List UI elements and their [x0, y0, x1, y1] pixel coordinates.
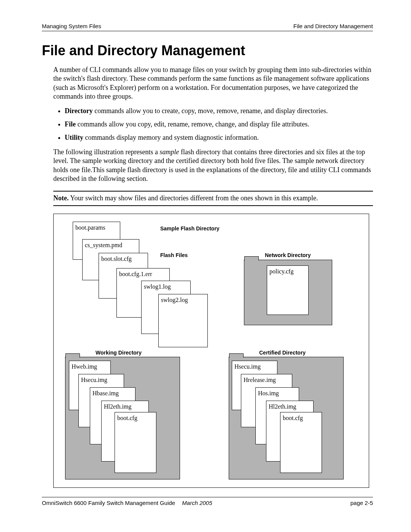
header-right: File and Directory Management [293, 23, 373, 29]
working-file-4: boot.cfg [115, 412, 156, 473]
running-footer: OmniSwitch 6600 Family Switch Management… [42, 500, 373, 506]
bullet-utility: Utility commands display memory and syst… [65, 133, 373, 142]
bullet-bold: Directory [65, 107, 93, 115]
intro-paragraph: A number of CLI commands allow you to ma… [42, 66, 373, 101]
flash-file-5: swlog2.log [158, 294, 208, 347]
footer-rule [42, 497, 373, 497]
network-file-0: policy.cfg [267, 265, 309, 315]
note-block: Note. Your switch may show files and dir… [53, 191, 373, 206]
page-container: Managing System Files File and Directory… [0, 0, 411, 521]
section-title: File and Directory Management [42, 43, 373, 59]
p2-a: The following illustration represents a [53, 148, 159, 156]
label-working: Working Directory [96, 350, 142, 356]
paragraph-2: The following illustration represents a … [42, 148, 373, 184]
bullet-text: commands allow you to create, copy, move… [93, 107, 328, 115]
label-sample-flash: Sample Flash Directory [160, 225, 220, 232]
footer-page: page 2-5 [350, 500, 373, 506]
note-text: Your switch may show files and directori… [68, 194, 318, 202]
header-rule [42, 31, 373, 31]
header-left: Managing System Files [42, 23, 101, 29]
label-flash-files: Flash Files [160, 252, 188, 258]
bullet-text: commands display memory and system diagn… [83, 134, 259, 141]
bullet-bold: Utility [65, 134, 83, 141]
flash-directory-diagram: Sample Flash Directory Flash Files boot.… [53, 214, 369, 488]
note-bold: Note. [53, 194, 68, 202]
bullet-list: Directory commands allow you to create, … [42, 107, 373, 142]
bullet-text: commands allow you copy, edit, rename, r… [76, 120, 309, 128]
footer-left: OmniSwitch 6600 Family Switch Management… [42, 500, 212, 506]
bullet-directory: Directory commands allow you to create, … [65, 107, 373, 115]
bullet-bold: File [65, 120, 76, 128]
running-header: Managing System Files File and Directory… [42, 23, 373, 29]
bullet-file: File commands allow you copy, edit, rena… [65, 120, 373, 129]
certified-file-4: boot.cfg [280, 412, 322, 473]
p2-em: sample [159, 148, 179, 156]
label-network: Network Directory [265, 252, 311, 258]
label-certified: Certified Directory [259, 350, 306, 356]
